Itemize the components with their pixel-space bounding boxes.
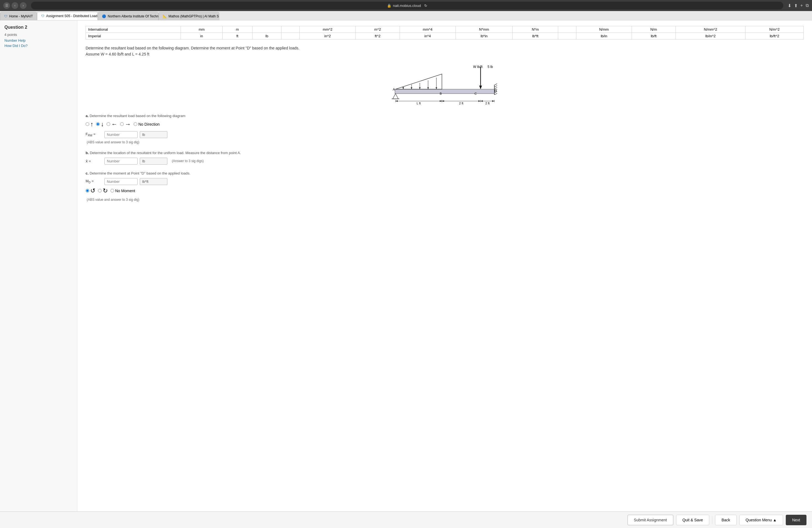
radio-right-input[interactable] <box>120 122 124 126</box>
table-cell: lb*ft <box>512 33 558 40</box>
sub-question-a: a. Determine the resultant load based on… <box>86 114 804 144</box>
home-tab-label: Home - MyNAIT <box>9 14 33 18</box>
table-cell: lb <box>252 33 281 40</box>
table-cell: mm^2 <box>300 26 356 33</box>
radio-up-input[interactable] <box>86 122 89 126</box>
table-cell: mm <box>181 26 222 33</box>
sub-question-c: c. Determine the moment at Point "D" bas… <box>86 171 804 202</box>
back-button[interactable]: Back <box>715 515 736 525</box>
md-input-row: MD = <box>86 178 804 185</box>
question-number: Question 2 <box>4 25 73 30</box>
tabs-icon[interactable]: ⧉ <box>806 3 809 8</box>
svg-marker-15 <box>427 87 429 89</box>
radio-ccw-input[interactable] <box>86 189 89 192</box>
assignment-tab-label: Assignment S05 - Distributed Loads - A04… <box>46 14 98 18</box>
svg-marker-38 <box>440 100 442 102</box>
table-cell <box>281 26 300 33</box>
svg-marker-44 <box>481 100 483 102</box>
radio-cw-input[interactable] <box>98 189 102 192</box>
tab-assignment[interactable]: 🛡 Assignment S05 - Distributed Loads - A… <box>37 12 98 20</box>
arrow-right-icon: → <box>125 121 131 128</box>
footer: Submit Assignment Quit & Save Back Quest… <box>0 511 812 528</box>
table-cell: ft^2 <box>356 33 400 40</box>
ccw-icon: ↺ <box>90 187 95 194</box>
svg-line-22 <box>494 86 497 87</box>
radio-up[interactable]: ↑ <box>86 121 93 128</box>
table-cell: lb*in <box>455 33 512 40</box>
xhat-label: x̂ = <box>86 159 102 163</box>
arrow-up-icon: ↑ <box>90 121 93 128</box>
radio-cw[interactable]: ↻ <box>98 187 108 194</box>
svg-text:2 ft: 2 ft <box>459 102 463 105</box>
table-cell <box>558 33 576 40</box>
table-cell <box>252 26 281 33</box>
radio-down[interactable]: ↓ <box>96 121 104 128</box>
sidebar: Question 2 4 points Number Help How Did … <box>0 20 77 511</box>
tab-nait[interactable]: 🔵 Northern Alberta Institute Of Technolo… <box>98 12 159 20</box>
how-did-i-do-link[interactable]: How Did I Do? <box>4 44 73 48</box>
sub-b-label: b. Determine the location of the resulta… <box>86 151 804 155</box>
arrow-down-icon: ↓ <box>101 121 104 128</box>
units-table: International mm m mm^2 m^2 mm^4 N*mm N*… <box>86 26 804 40</box>
md-label: MD = <box>86 179 102 184</box>
submit-assignment-button[interactable]: Submit Assignment <box>627 515 673 525</box>
table-system-intl: International <box>86 26 181 33</box>
frw-input-row: FRW = <box>86 131 804 138</box>
svg-text:5 lb: 5 lb <box>488 65 493 69</box>
question-menu-button[interactable]: Question Menu ▲ <box>739 515 783 525</box>
prompt-line2: Assume W = 4.60 lb/ft and L = 4.25 ft <box>86 51 804 57</box>
table-cell: lb/in <box>576 33 632 40</box>
new-tab-icon[interactable]: + <box>800 3 803 8</box>
svg-line-21 <box>494 84 497 85</box>
points-text: 4 points <box>4 33 73 37</box>
radio-ccw[interactable]: ↺ <box>86 187 95 194</box>
sub-a-hint: (ABS value and answer to 3 sig dig) <box>86 140 804 144</box>
address-bar[interactable]: 🔒 nait.mobius.cloud ↻ <box>31 2 783 10</box>
md-unit-input[interactable] <box>140 178 168 185</box>
diagram-container: W lb/ft 5 lb A B C D <box>86 63 804 107</box>
svg-marker-9 <box>402 87 404 89</box>
tab-mathos[interactable]: 📐 Mathos (MathGPTPro) | AI Math Solver &… <box>159 12 219 20</box>
table-cell: in <box>181 33 222 40</box>
frw-unit-input[interactable] <box>140 131 168 138</box>
radio-left-input[interactable] <box>106 122 110 126</box>
no-moment-label: No Moment <box>115 189 135 193</box>
table-cell: N*mm <box>455 26 512 33</box>
table-cell: N/m^2 <box>745 26 804 33</box>
table-cell: lb/in^2 <box>676 33 745 40</box>
back-nav-btn[interactable]: ‹ <box>12 2 18 9</box>
radio-no-direction-input[interactable] <box>134 122 137 126</box>
table-cell: N/m <box>632 26 676 33</box>
table-cell <box>558 26 576 33</box>
md-number-input[interactable] <box>104 178 137 185</box>
radio-no-moment-input[interactable] <box>111 189 114 192</box>
load-diagram: W lb/ft 5 lb A B C D <box>387 63 503 107</box>
sidebar-toggle-btn[interactable]: ☰ <box>3 2 10 9</box>
number-help-link[interactable]: Number Help <box>4 39 73 43</box>
sub-question-b: b. Determine the location of the resulta… <box>86 151 804 165</box>
radio-no-moment[interactable]: No Moment <box>111 189 135 193</box>
url-text: nait.mobius.cloud <box>393 4 421 8</box>
quit-save-button[interactable]: Quit & Save <box>676 515 710 525</box>
radio-right[interactable]: → <box>120 121 131 128</box>
svg-text:W lb/ft: W lb/ft <box>473 65 483 69</box>
radio-left[interactable]: ← <box>106 121 117 128</box>
frw-number-input[interactable] <box>104 131 137 138</box>
download-icon[interactable]: ⬇ <box>788 3 791 8</box>
svg-text:2 ft: 2 ft <box>485 102 489 105</box>
footer-divider <box>712 516 712 524</box>
radio-down-input[interactable] <box>96 122 100 126</box>
tab-home[interactable]: 🛡 Home - MyNAIT <box>0 12 37 20</box>
xhat-unit-input[interactable] <box>140 158 168 165</box>
radio-no-direction[interactable]: No Direction <box>134 122 160 127</box>
share-icon[interactable]: ⬆ <box>794 3 798 8</box>
table-cell: m^2 <box>356 26 400 33</box>
lock-icon: 🔒 <box>387 4 391 8</box>
prompt-line1: Determine the resultant load based on th… <box>86 45 804 51</box>
sub-c-hint: (ABS value and answer to 3 sig dig) <box>86 198 804 202</box>
home-tab-icon: 🛡 <box>4 14 8 18</box>
forward-nav-btn[interactable]: › <box>20 2 27 9</box>
xhat-number-input[interactable] <box>104 158 137 165</box>
toolbar-icons: ⬇ ⬆ + ⧉ <box>788 3 809 8</box>
next-button[interactable]: Next <box>786 515 807 525</box>
